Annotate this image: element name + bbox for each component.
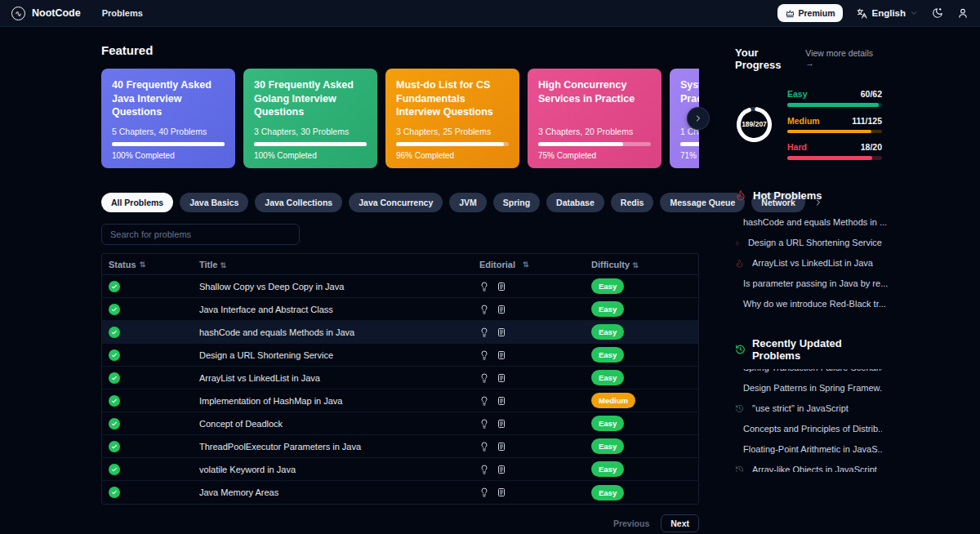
problem-table-row[interactable]: hashCode and equals Methods in Java Easy (102, 321, 698, 344)
recently-updated-label: Concepts and Principles of Distrib... (743, 424, 882, 434)
recently-updated-item[interactable]: Spring Transaction Failure Scenarios (735, 369, 882, 378)
nav-link-problems[interactable]: Problems (102, 8, 143, 18)
hot-problem-item[interactable]: Is parameter passing in Java by re... (735, 274, 882, 294)
problem-table-row[interactable]: Java Interface and Abstract Class Easy (102, 298, 698, 321)
hot-problem-item[interactable]: hashCode and equals Methods in ... (735, 212, 882, 233)
sort-icon[interactable] (140, 260, 146, 269)
overall-progress-label: 189/207 (735, 105, 773, 144)
user-account-button[interactable] (957, 7, 969, 19)
problem-table-row[interactable]: ArrayList vs LinkedList in Java Easy (102, 367, 698, 389)
problem-title[interactable]: hashCode and equals Methods in Java (199, 327, 479, 337)
featured-card[interactable]: Must-do List for CS Fundamentals Intervi… (385, 69, 519, 168)
recently-updated-item[interactable]: Floating-Point Arithmetic in JavaS... (735, 439, 882, 460)
filter-tab[interactable]: Java Collections (255, 193, 342, 212)
problem-title[interactable]: Design a URL Shortening Service (199, 350, 479, 360)
search-input[interactable] (101, 224, 300, 245)
problem-title[interactable]: Implementation of HashMap in Java (199, 396, 479, 406)
problem-title[interactable]: Concept of Deadlock (199, 419, 479, 429)
problem-table-row[interactable]: Shallow Copy vs Deep Copy in Java Easy (102, 275, 698, 298)
title-column-header[interactable]: Title (199, 260, 479, 269)
hint-lightbulb-icon[interactable] (479, 373, 489, 383)
featured-card[interactable]: 40 Frequently Asked Java Interview Quest… (101, 69, 235, 168)
filter-tab[interactable]: Spring (493, 193, 540, 212)
editorial-document-icon[interactable] (497, 442, 506, 452)
difficulty-badge: Easy (591, 278, 624, 294)
progress-category-bar (787, 103, 882, 107)
carousel-next-button[interactable] (688, 108, 709, 129)
featured-card-completed: 75% Completed (538, 151, 651, 160)
hint-lightbulb-icon[interactable] (479, 419, 489, 429)
editorial-document-icon[interactable] (497, 350, 506, 360)
brand-name: NootCode (32, 7, 81, 19)
editorial-document-icon[interactable] (497, 465, 506, 474)
problem-title[interactable]: volatile Keyword in Java (199, 465, 479, 474)
editorial-document-icon[interactable] (497, 419, 506, 429)
featured-card[interactable]: High Concurrency Services in Practice 3 … (528, 69, 662, 168)
problem-table-row[interactable]: ThreadPoolExecutor Parameters in Java Ea… (102, 435, 698, 458)
solved-check-icon (109, 487, 120, 498)
progress-summary: 189/207 Easy 60/62 Medium 111/125 Hard 1… (735, 89, 882, 160)
recently-updated-item[interactable]: Concepts and Principles of Distrib... (735, 419, 882, 439)
hint-lightbulb-icon[interactable] (479, 442, 489, 452)
language-selector[interactable]: English (857, 8, 918, 19)
hint-lightbulb-icon[interactable] (479, 327, 489, 337)
hint-lightbulb-icon[interactable] (479, 396, 489, 406)
hint-lightbulb-icon[interactable] (479, 350, 489, 360)
premium-button[interactable]: Premium (777, 4, 844, 22)
overall-progress-ring: 189/207 (735, 105, 773, 144)
difficulty-badge: Easy (591, 438, 624, 454)
view-more-details-link[interactable]: View more details → (805, 48, 882, 68)
hint-lightbulb-icon[interactable] (479, 282, 489, 291)
problem-title[interactable]: Java Interface and Abstract Class (199, 305, 479, 314)
problem-title[interactable]: ThreadPoolExecutor Parameters in Java (199, 442, 479, 452)
problem-title[interactable]: Shallow Copy vs Deep Copy in Java (199, 282, 479, 291)
filter-tab[interactable]: Java Basics (180, 193, 248, 212)
hint-lightbulb-icon[interactable] (479, 305, 489, 314)
editorial-document-icon[interactable] (497, 282, 506, 291)
chevron-down-icon (910, 9, 918, 17)
filter-tab[interactable]: Java Concurrency (349, 193, 443, 212)
difficulty-column-header[interactable]: Difficulty (591, 260, 698, 269)
problem-table-row[interactable]: Implementation of HashMap in Java Medium (102, 389, 698, 412)
problem-title[interactable]: ArrayList vs LinkedList in Java (199, 373, 479, 383)
theme-toggle-button[interactable] (932, 7, 943, 19)
filter-tab[interactable]: Redis (611, 193, 654, 212)
hot-problem-item[interactable]: Design a URL Shortening Service (735, 233, 882, 253)
filter-tab[interactable]: Database (546, 193, 604, 212)
next-page-button[interactable]: Next (661, 514, 699, 532)
editorial-document-icon[interactable] (497, 487, 506, 497)
editorial-document-icon[interactable] (497, 396, 506, 406)
editorial-document-icon[interactable] (497, 327, 506, 337)
featured-card-meta: 3 Chapters, 30 Problems (254, 127, 367, 136)
recently-updated-item[interactable]: "use strict" in JavaScript (735, 398, 882, 419)
featured-card-completed: 71% Completed (680, 151, 699, 160)
recently-updated-item[interactable]: Array-like Objects in JavaScript (735, 460, 882, 472)
featured-card[interactable]: 30 Frequently Asked Golang Interview Que… (243, 69, 377, 168)
nootcode-logo-icon: ∿ (11, 7, 25, 20)
problem-title[interactable]: Java Memory Areas (199, 487, 479, 497)
sort-icon[interactable] (523, 260, 529, 269)
hot-problem-item[interactable]: ArrayList vs LinkedList in Java (735, 253, 882, 274)
problem-table-row[interactable]: volatile Keyword in Java Easy (102, 458, 698, 481)
difficulty-badge: Easy (591, 324, 624, 340)
featured-card-title: 40 Frequently Asked Java Interview Quest… (112, 78, 225, 119)
filter-tab[interactable]: JVM (449, 193, 487, 212)
right-sidebar: Your Progress View more details → 189/20… (735, 43, 882, 532)
editorial-document-icon[interactable] (497, 373, 506, 383)
solved-check-icon (109, 304, 120, 315)
sort-icon[interactable] (220, 261, 226, 269)
editorial-document-icon[interactable] (497, 305, 506, 314)
problem-table-row[interactable]: Concept of Deadlock Easy (102, 412, 698, 435)
sort-icon[interactable] (632, 261, 639, 269)
previous-page-button[interactable]: Previous (613, 518, 649, 528)
hot-problem-item[interactable]: Why do we introduce Red-Black tr... (735, 294, 882, 314)
hint-lightbulb-icon[interactable] (479, 465, 489, 474)
editorial-column-header[interactable]: Editorial (479, 260, 591, 269)
problem-table-row[interactable]: Java Memory Areas Easy (102, 481, 698, 504)
filter-tab[interactable]: All Problems (101, 193, 173, 212)
recently-updated-item[interactable]: Design Patterns in Spring Framew... (735, 378, 882, 398)
hint-lightbulb-icon[interactable] (479, 487, 489, 497)
filter-tab[interactable]: Message Queue (660, 193, 745, 212)
problem-table-row[interactable]: Design a URL Shortening Service Easy (102, 344, 698, 367)
status-column-header[interactable]: Status (102, 260, 199, 269)
